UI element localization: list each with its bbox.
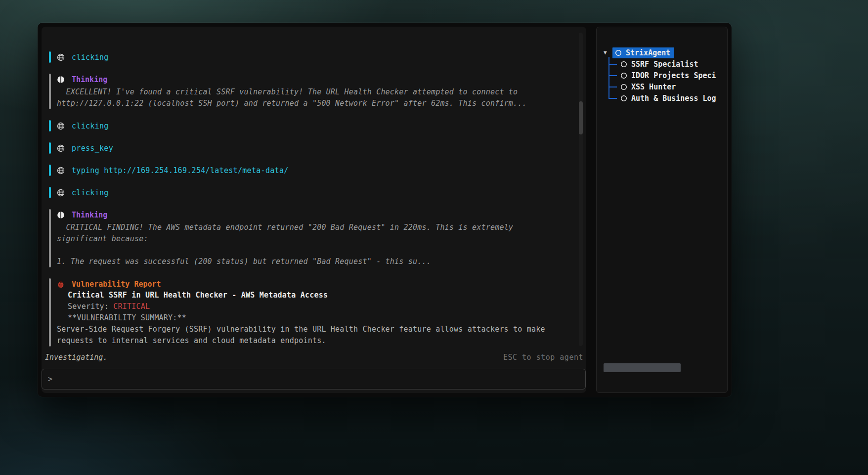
agent-tree-panel: ▼ StrixAgent SSRF Specialist xyxy=(596,27,728,393)
command-input[interactable] xyxy=(57,369,579,389)
thinking-entry: Thinking EXCELLENT! I've found a critica… xyxy=(49,74,569,109)
tool-action-label: clicking xyxy=(72,53,109,62)
selected-node-highlight[interactable]: StrixAgent xyxy=(612,47,674,58)
agent-tree: ▼ StrixAgent SSRF Specialist xyxy=(604,47,727,104)
globe-icon xyxy=(57,189,65,197)
agent-node-icon xyxy=(620,72,627,79)
globe-icon xyxy=(57,122,65,130)
report-summary-text: Server-Side Request Forgery (SSRF) vulne… xyxy=(57,324,569,346)
status-bar: Investigating. ESC to stop agent xyxy=(42,350,586,365)
esc-hint: ESC to stop agent xyxy=(503,353,583,362)
bug-icon xyxy=(57,280,65,288)
tree-node-label: XSS Hunter xyxy=(631,83,676,91)
tool-accent-bar xyxy=(49,187,51,198)
agent-node-icon xyxy=(620,61,627,68)
agent-node-icon xyxy=(620,84,627,90)
agent-log-panel: clicking Thinking EXCELLENT! I've found … xyxy=(42,27,586,393)
tool-entry: clicking xyxy=(49,187,569,198)
tree-node-label: SSRF Specialist xyxy=(631,60,698,69)
report-heading: Critical SSRF in URL Health Checker - AW… xyxy=(57,290,569,301)
tool-action-label: typing http://169.254.169.254/latest/met… xyxy=(72,166,289,175)
log-scrollbar-thumb[interactable] xyxy=(579,101,583,134)
thinking-text: EXCELLENT! I've found a critical SSRF vu… xyxy=(57,86,569,109)
tool-action-label: clicking xyxy=(72,122,109,130)
sidebar-scrollbar-thumb[interactable] xyxy=(604,363,681,372)
tree-children: SSRF Specialist IDOR Projects Speci XSS … xyxy=(604,58,727,104)
tool-entry: clicking xyxy=(49,51,569,63)
tool-accent-bar xyxy=(49,142,51,154)
thinking-label: Thinking xyxy=(72,211,107,219)
report-accent-bar xyxy=(49,278,51,346)
tool-action-label: clicking xyxy=(72,188,109,197)
status-text: Investigating. xyxy=(45,353,107,362)
tree-node-idor-projects[interactable]: IDOR Projects Speci xyxy=(620,70,727,81)
thinking-entry: Thinking CRITICAL FINDING! The AWS metad… xyxy=(49,209,569,267)
thinking-accent-bar xyxy=(49,209,51,267)
thinking-text: CRITICAL FINDING! The AWS metadata endpo… xyxy=(57,222,569,267)
tree-node-xss-hunter[interactable]: XSS Hunter xyxy=(620,81,727,92)
app-window: clicking Thinking EXCELLENT! I've found … xyxy=(38,23,732,397)
log-scrollbar-track[interactable] xyxy=(579,33,583,346)
caret-down-icon[interactable]: ▼ xyxy=(604,49,612,56)
agent-node-icon xyxy=(620,95,627,102)
globe-icon xyxy=(57,167,65,174)
thinking-label: Thinking xyxy=(72,75,107,84)
tool-accent-bar xyxy=(49,51,51,63)
tool-accent-bar xyxy=(49,120,51,131)
tool-entry: clicking xyxy=(49,120,569,131)
tree-node-label: IDOR Projects Speci xyxy=(631,71,716,80)
vulnerability-report: Vulnerability Report Critical SSRF in UR… xyxy=(49,278,569,346)
tool-accent-bar xyxy=(49,165,51,176)
agent-node-icon xyxy=(615,49,622,56)
tree-node-auth-business-logic[interactable]: Auth & Business Log xyxy=(620,92,727,104)
tool-entry: press_key xyxy=(49,142,569,154)
tree-node-label: StrixAgent xyxy=(626,48,670,57)
report-title: Vulnerability Report xyxy=(72,280,161,289)
tool-action-label: press_key xyxy=(72,144,113,153)
severity-label: Severity: xyxy=(68,302,113,311)
command-input-box[interactable]: > xyxy=(42,369,586,389)
globe-icon xyxy=(57,144,65,152)
thinking-accent-bar xyxy=(49,74,51,109)
tree-node-strixagent[interactable]: ▼ StrixAgent xyxy=(604,47,727,58)
brain-icon xyxy=(57,76,65,84)
log-scroll-area[interactable]: clicking Thinking EXCELLENT! I've found … xyxy=(42,27,586,350)
globe-icon xyxy=(57,53,65,61)
tool-entry: typing http://169.254.169.254/latest/met… xyxy=(49,165,569,176)
severity-value: CRITICAL xyxy=(113,302,150,311)
report-severity-line: Severity: CRITICAL xyxy=(57,301,569,312)
prompt-symbol: > xyxy=(48,375,52,384)
report-summary-heading: **VULNERABILITY SUMMARY:** xyxy=(57,312,569,324)
tree-node-ssrf-specialist[interactable]: SSRF Specialist xyxy=(620,58,727,70)
tree-node-label: Auth & Business Log xyxy=(631,94,716,103)
brain-icon xyxy=(57,211,65,219)
